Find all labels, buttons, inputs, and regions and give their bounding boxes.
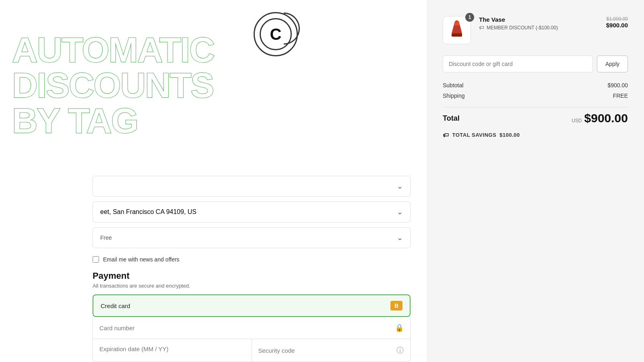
shipping-value: FREE: [613, 93, 628, 99]
logo-letter: C: [270, 25, 282, 43]
headline-text: AUTOMATIC DISCOUNTS BY TAG: [12, 32, 214, 138]
total-currency: USD: [572, 118, 582, 123]
credit-card-label: Credit card: [101, 302, 130, 309]
order-summary-panel: 1 The Vase 🏷 MEMBER DISCOUNT (-$100.00) …: [427, 0, 644, 362]
logo-circle: C: [254, 12, 298, 56]
help-icon[interactable]: ⓘ: [396, 346, 404, 355]
savings-icon: 🏷: [443, 132, 449, 138]
shipping-line: Shipping FREE: [443, 93, 628, 99]
credit-card-option[interactable]: Credit card B: [93, 294, 411, 317]
discount-code-row: Apply: [443, 56, 628, 72]
payment-section: Payment All transactions are secure and …: [93, 271, 411, 362]
discount-text: MEMBER DISCOUNT (-$100.00): [487, 25, 558, 31]
lock-icon: 🔒: [395, 323, 404, 332]
accordion-shipping[interactable]: Free ⌄: [93, 227, 411, 248]
payment-subtitle: All transactions are secure and encrypte…: [93, 283, 411, 289]
total-amount: $900.00: [584, 111, 628, 125]
accordion-address-text: eet, San Francisco CA 94109, US: [100, 208, 196, 216]
original-price: $1,000.00: [606, 16, 628, 22]
tag-icon: 🏷: [479, 25, 484, 31]
product-row: 1 The Vase 🏷 MEMBER DISCOUNT (-$100.00) …: [443, 16, 628, 44]
savings-label: TOTAL SAVINGS: [452, 132, 497, 138]
svg-rect-2: [452, 33, 462, 37]
credit-card-badge: B: [390, 301, 402, 311]
total-line: Total USD $900.00: [443, 111, 628, 125]
email-checkbox[interactable]: [93, 256, 99, 263]
product-image-wrapper: 1: [443, 16, 471, 44]
product-name: The Vase: [479, 16, 598, 23]
expiry-field: [93, 339, 252, 362]
subtotal-line: Subtotal $900.00: [443, 82, 628, 88]
apply-button[interactable]: Apply: [597, 56, 628, 72]
chevron-down-icon-3: ⌄: [397, 233, 403, 242]
logo-arc-decoration: [284, 12, 300, 45]
savings-amount: $100.00: [500, 132, 520, 138]
tagline-text: Built for Museums: [12, 142, 214, 158]
chevron-down-icon-2: ⌄: [397, 208, 403, 216]
subtotal-value: $900.00: [607, 82, 628, 88]
card-number-field: 🔒: [93, 317, 410, 339]
total-label: Total: [443, 114, 460, 123]
accordion-address[interactable]: eet, San Francisco CA 94109, US ⌄: [93, 202, 411, 222]
subtotal-label: Subtotal: [443, 82, 463, 88]
product-discount-label: 🏷 MEMBER DISCOUNT (-$100.00): [479, 25, 598, 31]
cvv-input[interactable]: [258, 347, 397, 354]
payment-title: Payment: [93, 271, 411, 281]
product-prices: $1,000.00 $900.00: [606, 16, 628, 29]
product-quantity-badge: 1: [465, 13, 474, 22]
accordion-contact[interactable]: ⌄: [93, 176, 411, 197]
cvv-field: ⓘ: [252, 339, 411, 362]
product-info: The Vase 🏷 MEMBER DISCOUNT (-$100.00): [479, 16, 598, 31]
summary-divider: [443, 107, 628, 107]
chevron-down-icon: ⌄: [397, 182, 403, 191]
savings-badge: 🏷 TOTAL SAVINGS $100.00: [443, 132, 628, 138]
logo-area: C: [254, 12, 298, 56]
headline-block: AUTOMATIC DISCOUNTS BY TAG Built for Mus…: [12, 32, 214, 158]
shipping-label: Shipping: [443, 93, 465, 99]
card-number-input[interactable]: [99, 325, 395, 331]
shipping-value-text: Free: [100, 234, 112, 241]
card-bottom-row: ⓘ: [93, 339, 410, 362]
email-checkbox-row: Email me with news and offers: [93, 253, 411, 271]
total-value-group: USD $900.00: [572, 111, 628, 125]
card-fields: 🔒 ⓘ: [93, 317, 411, 362]
sale-price: $900.00: [606, 22, 628, 29]
discount-code-input[interactable]: [443, 56, 593, 72]
email-checkbox-label: Email me with news and offers: [103, 256, 180, 263]
expiry-input[interactable]: [99, 346, 245, 352]
vase-icon: [447, 19, 467, 41]
